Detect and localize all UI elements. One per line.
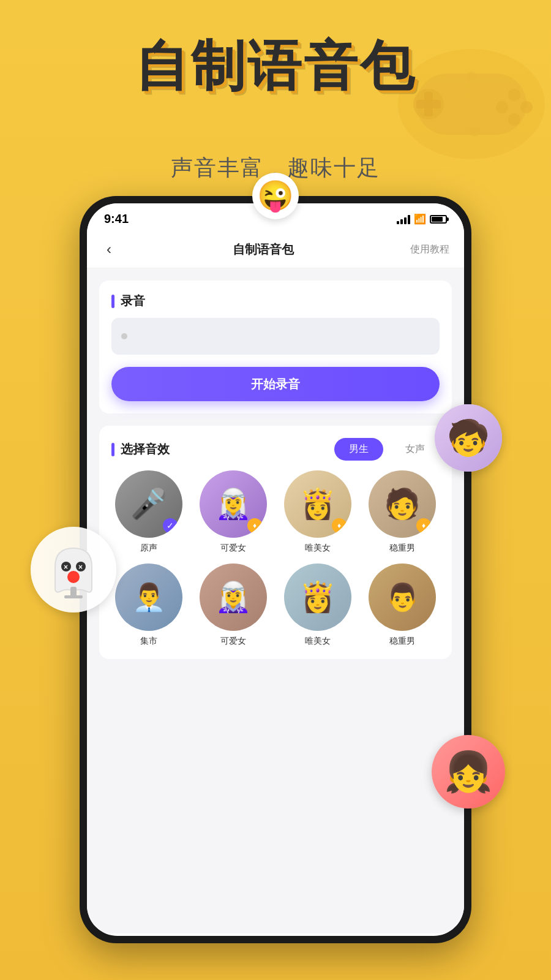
svg-text:×: × [78, 563, 83, 571]
record-button[interactable]: 开始录音 [111, 367, 440, 401]
section-indicator-2 [111, 443, 114, 456]
effect-section-title: 选择音效 [111, 441, 170, 458]
effect-avatar-beautiful-girl: 👸 ♦ [284, 470, 351, 538]
effect-section: 选择音效 男生 女声 🎤 ✓ 原声 [99, 426, 452, 659]
recording-section: 录音 开始录音 [99, 281, 452, 413]
svg-rect-15 [64, 595, 83, 598]
effect-item-beautiful-girl-2[interactable]: 👸 唯美女 [280, 564, 355, 647]
status-time: 9:41 [104, 212, 129, 226]
effect-avatar-original: 🎤 ✓ [115, 470, 182, 538]
effect-grid: 🎤 ✓ 原声 🧝‍♀️ ♦ 可爱女 👸 [111, 470, 440, 647]
effect-filter: 男生 女声 [334, 438, 440, 461]
floating-emoji: 😜 [252, 173, 299, 219]
effect-name-cute-girl: 可爱女 [220, 543, 246, 554]
main-title: 自制语音包 [0, 37, 551, 96]
effect-item-cute-girl[interactable]: 🧝‍♀️ ♦ 可爱女 [196, 470, 271, 554]
floating-avatar-girl: 🧒 [435, 404, 502, 472]
effect-name-beautiful-girl: 唯美女 [305, 543, 331, 554]
recording-waveform-area [111, 318, 440, 355]
phone-frame: 😜 🧒 × × 👧 9:41 [80, 196, 471, 943]
effect-avatar-market: 👨‍💼 [115, 564, 182, 631]
effect-name-beautiful-girl-2: 唯美女 [305, 636, 331, 647]
svg-point-5 [508, 113, 520, 126]
phone-screen: 9:41 📶 ‹ 自制语音包 使用教程 [87, 203, 464, 936]
back-button[interactable]: ‹ [102, 238, 116, 260]
svg-point-10 [470, 127, 479, 137]
effect-item-steady-man[interactable]: 🧑 ♦ 稳重男 [365, 470, 440, 554]
section-indicator [111, 295, 114, 308]
effect-item-beautiful-girl[interactable]: 👸 ♦ 唯美女 [280, 470, 355, 554]
effect-avatar-steady-man-2: 👨 [369, 564, 436, 631]
effect-item-original[interactable]: 🎤 ✓ 原声 [111, 470, 186, 554]
nav-title: 自制语音包 [116, 241, 410, 258]
effect-avatar-beautiful-girl-2: 👸 [284, 564, 351, 631]
effect-item-steady-man-2[interactable]: 👨 稳重男 [365, 564, 440, 647]
effect-name-steady-man-2: 稳重男 [389, 636, 415, 647]
svg-point-4 [520, 101, 533, 113]
status-icons: 📶 [397, 213, 447, 225]
svg-rect-14 [70, 587, 77, 597]
effect-name-cute-girl-2: 可爱女 [220, 636, 246, 647]
svg-rect-8 [416, 100, 441, 108]
recording-section-title: 录音 [111, 293, 440, 309]
effect-name-steady-man: 稳重男 [389, 543, 415, 554]
content-area: 录音 开始录音 选择音效 男生 女声 [87, 268, 464, 933]
filter-female[interactable]: 女声 [391, 438, 440, 461]
nav-bar: ‹ 自制语音包 使用教程 [87, 231, 464, 268]
svg-point-6 [496, 101, 508, 113]
tutorial-link[interactable]: 使用教程 [410, 243, 449, 256]
effect-avatar-steady-man: 🧑 ♦ [369, 470, 436, 538]
filter-male[interactable]: 男生 [334, 438, 383, 461]
floating-avatar-girl-hat: 👧 [432, 735, 505, 809]
effect-name-original: 原声 [140, 543, 157, 554]
effect-item-market[interactable]: 👨‍💼 集市 [111, 564, 186, 647]
effect-avatar-cute-girl-2: 🧝‍♀️ [200, 564, 267, 631]
svg-text:×: × [64, 563, 68, 571]
recording-dot [121, 333, 127, 339]
signal-icon [397, 214, 410, 224]
effect-item-cute-girl-2[interactable]: 🧝‍♀️ 可爱女 [196, 564, 271, 647]
effect-avatar-cute-girl: 🧝‍♀️ ♦ [200, 470, 267, 538]
battery-icon [430, 215, 447, 224]
ghost-microphone-decoration: × × [31, 527, 116, 612]
svg-point-13 [67, 571, 80, 583]
wifi-icon: 📶 [414, 213, 426, 225]
effect-name-market: 集市 [140, 636, 157, 647]
